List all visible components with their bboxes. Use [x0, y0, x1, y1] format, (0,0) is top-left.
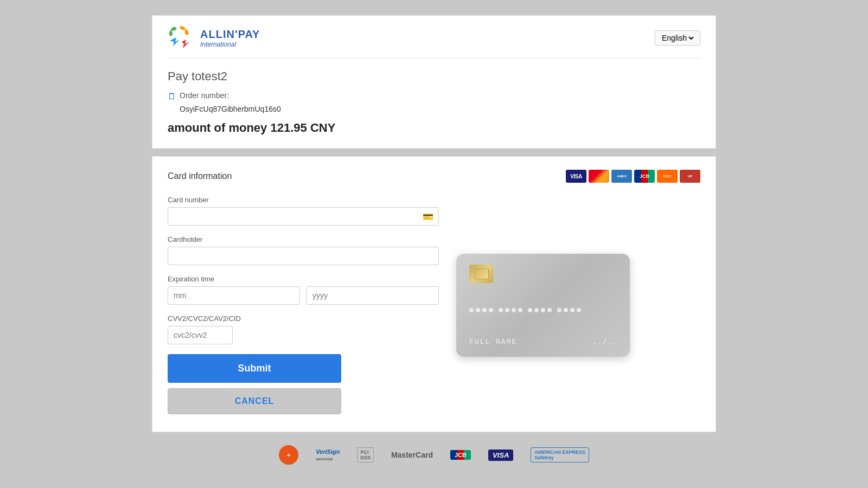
- dot: [534, 308, 539, 312]
- card-number-input[interactable]: [168, 207, 439, 226]
- dot: [476, 308, 480, 312]
- card-number-wrapper: 💳: [168, 207, 439, 226]
- dot: [547, 308, 552, 312]
- dot-group-3: [528, 308, 552, 312]
- cardholder-group: Cardholder: [168, 235, 439, 265]
- cvv-input[interactable]: [168, 326, 233, 344]
- dot: [505, 308, 509, 312]
- dot: [564, 308, 568, 312]
- expiry-mm-input[interactable]: [168, 286, 300, 305]
- amount-display: amount of money 121.95 CNY: [168, 121, 700, 135]
- form-section: Card number 💳 Cardholder Expiration time: [168, 196, 700, 414]
- language-dropdown[interactable]: English 中文: [660, 33, 695, 43]
- order-info: 🗒 Order number:: [168, 91, 700, 101]
- order-label: Order number:: [180, 91, 229, 100]
- discover-logo: DISC: [657, 170, 678, 183]
- submit-button[interactable]: Submit: [168, 354, 341, 383]
- expiration-label: Expiration time: [168, 275, 439, 283]
- cardholder-input[interactable]: [168, 247, 439, 265]
- card-bottom: FULL NAME ../..: [469, 338, 617, 346]
- amex-safekey-text: AMERICAN EXPRESSSafeKey: [531, 447, 589, 463]
- dot: [541, 308, 545, 312]
- order-number: OsyiFcUq87GibherbmUq16s0: [180, 105, 700, 113]
- footer-jcb: JCB: [446, 445, 475, 465]
- dot: [469, 308, 474, 312]
- form-right: FULL NAME ../..: [456, 196, 630, 414]
- card-logos: VISA AMEX JCB DISC UP: [566, 170, 700, 183]
- jcb-logo: JCB: [634, 170, 655, 183]
- order-icon: 🗒: [168, 92, 176, 101]
- card-panel-header: Card information VISA AMEX JCB DISC UP: [168, 170, 700, 183]
- dot-group-2: [499, 308, 522, 312]
- logo-container: ALLIN'PAY International: [168, 25, 260, 50]
- dot: [489, 308, 493, 312]
- card-number-label: Card number: [168, 196, 439, 204]
- cardholder-label: Cardholder: [168, 235, 439, 243]
- mastercard-text: MasterCard: [391, 451, 433, 459]
- language-selector[interactable]: English 中文: [655, 30, 700, 46]
- cancel-button[interactable]: CANCEL: [168, 388, 341, 414]
- dot: [512, 308, 516, 312]
- unionpay-logo: UP: [680, 170, 700, 183]
- amount-number: 121.95: [270, 121, 307, 134]
- dot-group-1: [469, 308, 493, 312]
- visa-text: VISA: [488, 450, 513, 461]
- card-expiry-display: ../..: [593, 338, 617, 346]
- card-number-group: Card number 💳: [168, 196, 439, 226]
- footer-pcidss: PCIDSS: [353, 445, 378, 465]
- visa-logo: VISA: [566, 170, 586, 183]
- card-chip-inner: [474, 268, 489, 279]
- pcidss-text: PCIDSS: [357, 447, 374, 463]
- amount-label: amount of money: [168, 121, 267, 134]
- expiration-group: Expiration time: [168, 275, 439, 305]
- header-top: ALLIN'PAY International English 中文: [168, 25, 700, 59]
- currency-label: CNY: [310, 121, 335, 134]
- card-info-title: Card information: [168, 171, 232, 181]
- dot: [482, 308, 487, 312]
- form-left: Card number 💳 Cardholder Expiration time: [168, 196, 439, 414]
- dot: [528, 308, 532, 312]
- credit-card-icon: 💳: [423, 211, 433, 222]
- logo-sub: International: [200, 41, 260, 48]
- amex-logo: AMEX: [611, 170, 632, 183]
- pay-title: Pay totest2: [168, 69, 700, 84]
- dot: [499, 308, 503, 312]
- jcb-text: JCB: [450, 450, 471, 460]
- logo-text: ALLIN'PAY International: [200, 28, 260, 48]
- cvv-label: CVV2/CVC2/CAV2/CID: [168, 314, 439, 323]
- dot: [557, 308, 561, 312]
- dot-group-4: [557, 308, 581, 312]
- cvv-group: CVV2/CVC2/CAV2/CID: [168, 314, 439, 344]
- footer-mastercard: MasterCard: [387, 445, 437, 465]
- credit-card-visual: FULL NAME ../..: [456, 254, 630, 357]
- footer-visa: VISA: [484, 445, 518, 465]
- footer-amex-safekey: AMERICAN EXPRESSSafeKey: [526, 445, 593, 465]
- verisign-text: VeriSignsecured: [316, 448, 340, 461]
- card-number-dots: [469, 308, 617, 312]
- allinpay-logo-icon: [168, 25, 196, 50]
- card-name-display: FULL NAME: [469, 338, 517, 346]
- dot: [570, 308, 575, 312]
- footer-verisign: VeriSignsecured: [311, 445, 344, 465]
- expiry-yyyy-input[interactable]: [307, 286, 439, 305]
- header-panel: ALLIN'PAY International English 中文 Pay t…: [152, 15, 716, 149]
- footer-plus-logo: +: [275, 445, 303, 465]
- mastercard-logo: [589, 170, 609, 183]
- dot: [577, 308, 581, 312]
- logo-brand: ALLIN'PAY: [200, 28, 260, 41]
- card-chip: [469, 265, 493, 283]
- expiry-row: [168, 286, 439, 305]
- dot: [518, 308, 522, 312]
- card-panel: Card information VISA AMEX JCB DISC UP C…: [152, 156, 716, 432]
- plus-icon: +: [279, 445, 298, 465]
- footer-panel: + VeriSignsecured PCIDSS MasterCard JCB …: [152, 438, 716, 472]
